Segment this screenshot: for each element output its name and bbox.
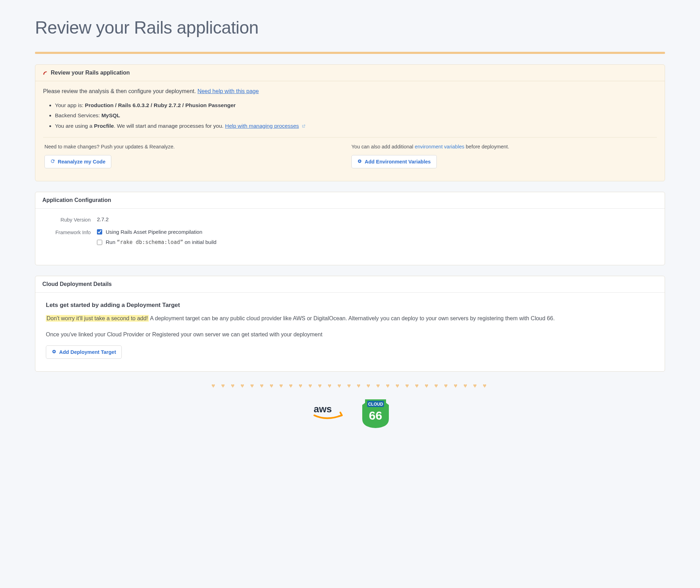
bullet-backend-prefix: Backend Services: [55,112,102,118]
env-hint-suffix: before deployment. [464,144,509,149]
bullet-procfile: You are using a Procfile. We will start … [55,121,657,131]
deploy-panel-header: Cloud Deployment Details [35,276,665,293]
add-env-vars-button[interactable]: Add Environment Variables [351,155,437,168]
reanalyze-button-label: Reanalyze my Code [58,159,105,164]
schema-load-prefix: Run [106,239,117,245]
svg-text:66: 66 [369,409,382,422]
deploy-paragraph-2: Once you've linked your Cloud Provider o… [46,330,654,339]
review-intro-text: Please review the analysis & then config… [43,88,197,94]
plus-circle-icon [52,349,56,355]
app-config-panel: Application Configuration Ruby Version 2… [35,192,665,265]
bullet-app-prefix: Your app is: [55,102,85,108]
add-env-vars-label: Add Environment Variables [365,159,431,164]
refresh-icon [50,159,55,164]
review-bullets: Your app is: Production / Rails 6.0.3.2 … [43,100,657,131]
svg-text:aws: aws [314,404,332,414]
deploy-p1-highlight: Don't worry it'll just take a second to … [46,315,149,322]
add-deployment-target-button[interactable]: Add Deployment Target [46,345,122,359]
framework-info-label: Framework Info [44,229,97,235]
framework-info-row: Framework Info Using Rails Asset Pipelin… [44,229,656,250]
asset-pipeline-checkbox[interactable] [97,229,102,234]
app-config-body: Ruby Version 2.7.2 Framework Info Using … [35,209,665,265]
svg-text:CLOUD: CLOUD [368,402,383,407]
schema-load-row: Run “rake db:schema:load” on initial bui… [97,239,656,245]
bullet-procfile-suffix: . We will start and manage processes for… [114,123,225,129]
schema-load-checkbox[interactable] [97,240,102,245]
app-config-header: Application Configuration [35,192,665,209]
env-vars-link[interactable]: environment variables [415,144,464,149]
reanalyze-col: Need to make changes? Push your updates … [43,138,350,175]
action-row: Need to make changes? Push your updates … [43,137,657,175]
bullet-app-value: Production / Rails 6.0.3.2 / Ruby 2.7.2 … [85,102,236,108]
ruby-version-label: Ruby Version [44,216,97,223]
framework-info-value: Using Rails Asset Pipeline precompilatio… [97,229,656,250]
review-panel: Review your Rails application Please rev… [35,64,665,181]
ruby-version-value: 2.7.2 [97,216,656,222]
bullet-app: Your app is: Production / Rails 6.0.3.2 … [55,100,657,110]
bullet-procfile-bold: Procfile [94,123,114,129]
deploy-panel: Cloud Deployment Details Lets get starte… [35,276,665,371]
help-processes-link[interactable]: Help with managing processes [225,123,299,129]
deploy-paragraph-1: Don't worry it'll just take a second to … [46,314,654,323]
review-panel-header: Review your Rails application [35,65,665,81]
reanalyze-button[interactable]: Reanalyze my Code [44,155,111,168]
deploy-p1-rest: A deployment target can be any public cl… [149,315,555,321]
divider-bar [35,52,665,54]
deploy-heading: Lets get started by adding a Deployment … [46,302,654,309]
ruby-version-row: Ruby Version 2.7.2 [44,216,656,223]
bullet-backend-value: MySQL [102,112,120,118]
bullet-procfile-prefix: You are using a [55,123,94,129]
schema-load-label: Run “rake db:schema:load” on initial bui… [106,239,216,245]
schema-load-code: “rake db:schema:load” [117,239,183,245]
need-help-link[interactable]: Need help with this page [197,88,259,94]
hearts-divider: ♥ ♥ ♥ ♥ ♥ ♥ ♥ ♥ ♥ ♥ ♥ ♥ ♥ ♥ ♥ ♥ ♥ ♥ ♥ ♥ … [35,382,665,390]
review-panel-title: Review your Rails application [51,70,130,76]
asset-pipeline-row: Using Rails Asset Pipeline precompilatio… [97,229,656,235]
add-deployment-target-label: Add Deployment Target [59,349,116,355]
env-col: You can also add additional environment … [350,138,657,175]
review-intro: Please review the analysis & then config… [43,88,657,94]
reanalyze-hint: Need to make changes? Push your updates … [44,144,349,149]
asset-pipeline-label: Using Rails Asset Pipeline precompilatio… [106,229,202,235]
page-title: Review your Rails application [35,18,665,38]
env-hint-prefix: You can also add additional [351,144,415,149]
cloud66-logo-icon: CLOUD 66 [362,397,390,429]
bullet-backend: Backend Services: MySQL [55,110,657,120]
plus-circle-icon [357,159,362,164]
rails-icon [42,70,48,76]
schema-load-suffix: on initial build [183,239,216,245]
logos-row: aws CLOUD 66 [35,397,665,429]
external-link-icon [302,121,306,125]
aws-logo-icon: aws [310,402,349,423]
deploy-panel-body: Lets get started by adding a Deployment … [35,293,665,371]
review-panel-body: Please review the analysis & then config… [35,81,665,181]
env-hint: You can also add additional environment … [351,144,656,149]
